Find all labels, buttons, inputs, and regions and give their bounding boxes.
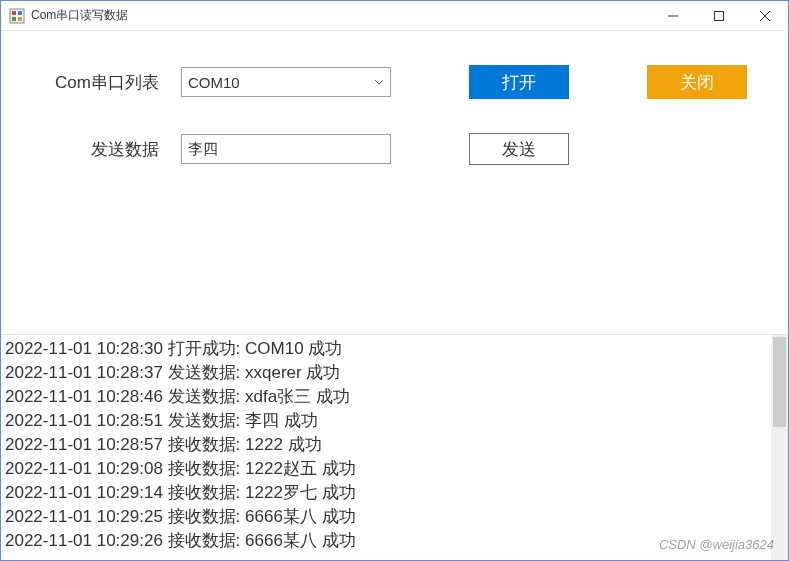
svg-rect-3	[12, 17, 16, 21]
svg-rect-1	[12, 11, 16, 15]
scrollbar-thumb[interactable]	[773, 337, 786, 427]
log-line: 2022-11-01 10:28:37 发送数据: xxqerer 成功	[5, 361, 767, 385]
minimize-button[interactable]	[650, 1, 696, 30]
titlebar: Com串口读写数据	[1, 1, 788, 31]
com-list-row: Com串口列表 COM10 打开 关闭	[31, 65, 758, 99]
com-port-combo[interactable]: COM10	[181, 67, 391, 97]
svg-rect-6	[715, 11, 724, 20]
window-controls	[650, 1, 788, 30]
log-line: 2022-11-01 10:29:25 接收数据: 6666某八 成功	[5, 505, 767, 529]
log-content[interactable]: 2022-11-01 10:28:30 打开成功: COM10 成功 2022-…	[1, 335, 771, 560]
app-icon	[9, 8, 25, 24]
log-line: 2022-11-01 10:29:26 接收数据: 6666某八 成功	[5, 529, 767, 553]
close-port-button[interactable]: 关闭	[647, 65, 747, 99]
send-button[interactable]: 发送	[469, 133, 569, 165]
log-line: 2022-11-01 10:28:30 打开成功: COM10 成功	[5, 337, 767, 361]
close-button[interactable]	[742, 1, 788, 30]
log-line: 2022-11-01 10:29:14 接收数据: 1222罗七 成功	[5, 481, 767, 505]
app-window: Com串口读写数据 Com串口列表 COM10	[0, 0, 789, 561]
log-area: 2022-11-01 10:28:30 打开成功: COM10 成功 2022-…	[1, 334, 788, 560]
svg-rect-2	[18, 11, 22, 15]
client-area: Com串口列表 COM10 打开 关闭 发送数据 发送 2022-11-01 1…	[1, 31, 788, 560]
chevron-down-icon	[368, 68, 390, 96]
com-list-label: Com串口列表	[31, 71, 181, 94]
form-area: Com串口列表 COM10 打开 关闭 发送数据 发送	[1, 31, 788, 199]
log-line: 2022-11-01 10:28:57 接收数据: 1222 成功	[5, 433, 767, 457]
log-line: 2022-11-01 10:28:46 发送数据: xdfa张三 成功	[5, 385, 767, 409]
send-data-row: 发送数据 发送	[31, 133, 758, 165]
com-port-selected: COM10	[188, 74, 240, 91]
send-data-label: 发送数据	[31, 138, 181, 161]
log-line: 2022-11-01 10:28:51 发送数据: 李四 成功	[5, 409, 767, 433]
scrollbar[interactable]	[771, 335, 788, 560]
window-title: Com串口读写数据	[31, 7, 650, 24]
maximize-button[interactable]	[696, 1, 742, 30]
log-line: 2022-11-01 10:29:08 接收数据: 1222赵五 成功	[5, 457, 767, 481]
send-data-input[interactable]	[181, 134, 391, 164]
open-button[interactable]: 打开	[469, 65, 569, 99]
svg-rect-4	[18, 17, 22, 21]
